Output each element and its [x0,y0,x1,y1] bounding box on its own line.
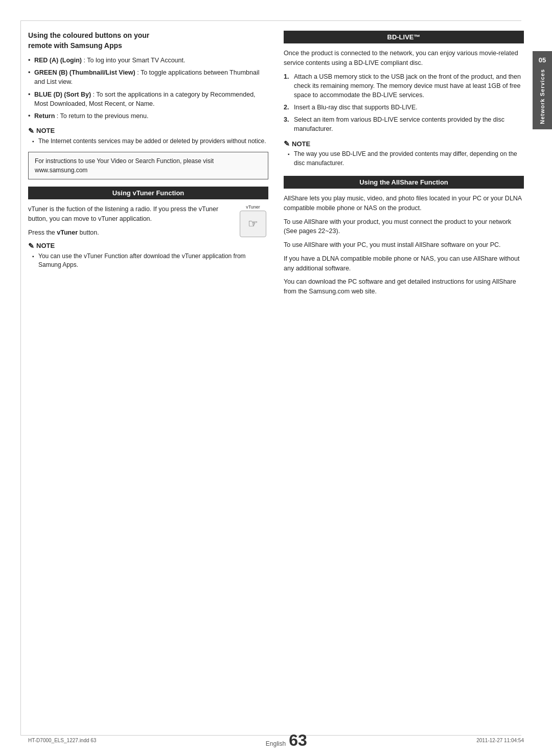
vtuner-press-text: Press the vTuner button. [28,228,233,238]
page-label: English [266,740,286,747]
allshare-para4: If you have a DLNA compatible mobile pho… [284,254,524,273]
section-title-samsung-apps: Using the coloured buttons on your remot… [28,31,268,51]
page-number: 63 [289,732,307,748]
vtuner-note-label: ✎ NOTE [28,242,268,250]
vtuner-heading: Using vTuner Function [28,187,268,199]
note-icon: ✎ [28,127,34,135]
allshare-para1: AllShare lets you play music, video, and… [284,194,524,213]
allshare-heading: Using the AllShare Function [284,176,524,189]
vtuner-note-section: ✎ NOTE You can use the vTuner Function a… [28,242,268,270]
bullet-red: RED (A) (Login) : To log into your Smart… [28,56,268,65]
bullet-return-label: Return [34,112,55,120]
page-border-top [20,20,521,21]
main-content: Using the coloured buttons on your remot… [28,26,524,730]
bdlive-heading: BD-LIVE™ [284,31,524,43]
bdlive-step-3: Select an item from various BD-LIVE serv… [284,115,524,133]
vtuner-body: vTuner is the fuction of the listening a… [28,204,268,241]
bdlive-step-1: Attach a USB memory stick to the USB jac… [284,72,524,100]
bdlive-step-2: Insert a Blu-ray disc that supports BD-L… [284,103,524,112]
footer-file-info: HT-D7000_ELS_1227.indd 63 [28,738,96,743]
bdlive-para1: Once the product is connected to the net… [284,49,524,68]
bdlive-note-section: ✎ NOTE The way you use BD-LIVE and the p… [284,140,524,168]
vtuner-text: vTuner is the fuction of the listening a… [28,204,233,241]
allshare-para2: To use AllShare with your product, you m… [284,217,524,237]
page-number-section: English 63 [266,732,307,748]
note-item-1: The Internet contents services may be ad… [28,137,268,146]
bullet-green-label: GREEN (B) (Thumbnail/List View) [34,69,135,76]
vtuner-image: vTuner ☞ [238,204,268,237]
allshare-para3: To use AllShare with your PC, you must i… [284,240,524,250]
bdlive-note-icon: ✎ [284,140,290,148]
allshare-para5: You can download the PC software and get… [284,277,524,296]
left-note-section: ✎ NOTE The Internet contents services ma… [28,127,268,146]
footer-date-info: 2011-12-27 11:04:54 [476,738,524,743]
bullet-green: GREEN (B) (Thumbnail/List View) : To tog… [28,68,268,86]
info-box: For instructions to use Your Video or Se… [28,152,268,179]
allshare-section: Using the AllShare Function AllShare let… [284,176,524,296]
note-label: ✎ NOTE [28,127,268,135]
bullet-red-label: RED (A) (Login) [34,57,82,64]
vtuner-note-item-1: You can use the vTuner Function after do… [28,252,268,270]
bdlive-section: BD-LIVE™ Once the product is connected t… [284,31,524,168]
side-tab-number: 05 [539,56,546,64]
bullet-return: Return : To return to the previous menu. [28,111,268,121]
bullet-blue-label: BLUE (D) (Sort By) [34,91,91,98]
vtuner-section: Using vTuner Function vTuner is the fuct… [28,187,268,269]
right-column: BD-LIVE™ Once the product is connected t… [284,26,524,730]
left-column: Using the coloured buttons on your remot… [28,26,268,730]
page-border-left [20,20,21,736]
bdlive-steps: Attach a USB memory stick to the USB jac… [284,72,524,134]
vtuner-button-icon: ☞ [240,211,266,237]
side-tab: 05 Network Services [533,51,552,129]
bdlive-note-item-1: The way you use BD-LIVE and the provided… [284,150,524,168]
bullet-blue: BLUE (D) (Sort By) : To sort the applica… [28,90,268,108]
footer: HT-D7000_ELS_1227.indd 63 English 63 201… [28,732,524,748]
side-tab-text: Network Services [539,69,545,124]
bdlive-note-label: ✎ NOTE [284,140,524,148]
vtuner-note-icon: ✎ [28,242,34,250]
vtuner-para1: vTuner is the fuction of the listening a… [28,204,233,224]
samsung-apps-bullets: RED (A) (Login) : To log into your Smart… [28,56,268,121]
